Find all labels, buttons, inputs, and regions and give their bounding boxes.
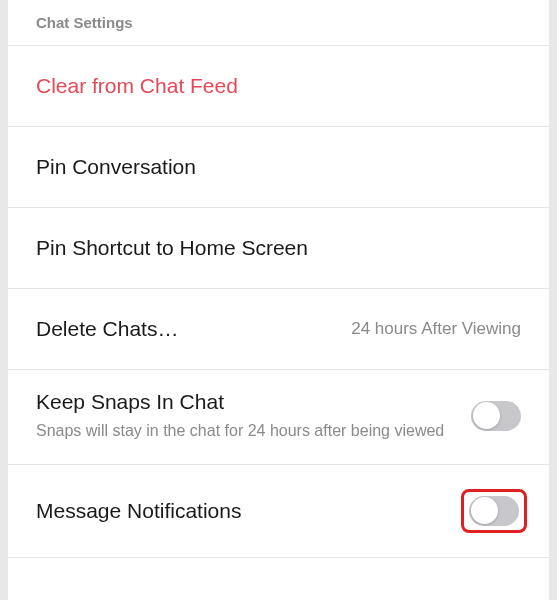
row-clear-from-chat-feed[interactable]: Clear from Chat Feed (8, 46, 549, 127)
toggle-knob (473, 402, 500, 429)
row-text: Clear from Chat Feed (36, 74, 521, 98)
row-message-notifications: Message Notifications (8, 465, 549, 558)
row-pin-conversation[interactable]: Pin Conversation (8, 127, 549, 208)
row-text: Pin Shortcut to Home Screen (36, 236, 521, 260)
row-text: Keep Snaps In Chat Snaps will stay in th… (36, 390, 471, 442)
highlight-annotation (461, 489, 527, 533)
section-header-chat-settings: Chat Settings (8, 0, 549, 46)
row-label: Message Notifications (36, 499, 461, 523)
row-text: Pin Conversation (36, 155, 521, 179)
settings-panel: Chat Settings Clear from Chat Feed Pin C… (8, 0, 549, 600)
row-value-delete-chats: 24 hours After Viewing (351, 319, 521, 339)
row-text: Delete Chats… (36, 317, 351, 341)
toggle-message-notifications[interactable] (469, 496, 519, 526)
section-header-label: Chat Settings (36, 14, 133, 31)
row-label: Keep Snaps In Chat (36, 390, 471, 414)
toggle-knob (471, 497, 498, 524)
row-text: Message Notifications (36, 499, 461, 523)
row-label: Clear from Chat Feed (36, 74, 521, 98)
row-label: Pin Shortcut to Home Screen (36, 236, 521, 260)
row-label: Delete Chats… (36, 317, 351, 341)
row-keep-snaps-in-chat: Keep Snaps In Chat Snaps will stay in th… (8, 370, 549, 465)
row-label: Pin Conversation (36, 155, 521, 179)
row-pin-shortcut-home-screen[interactable]: Pin Shortcut to Home Screen (8, 208, 549, 289)
toggle-keep-snaps[interactable] (471, 401, 521, 431)
row-sublabel: Snaps will stay in the chat for 24 hours… (36, 420, 471, 442)
row-delete-chats[interactable]: Delete Chats… 24 hours After Viewing (8, 289, 549, 370)
